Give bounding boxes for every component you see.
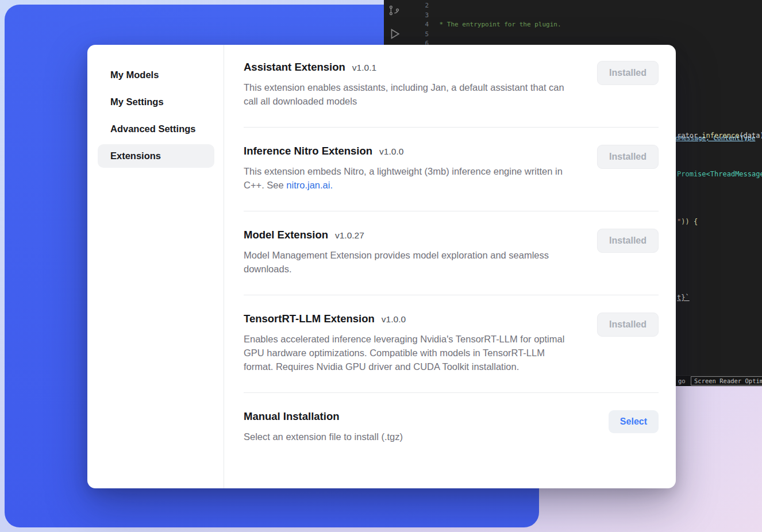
extension-version: v1.0.27: [335, 230, 364, 241]
installed-button[interactable]: Installed: [597, 313, 659, 337]
extension-description: Enables accelerated inference leveraging…: [244, 332, 576, 373]
extension-row-nitro: Inference Nitro Extension v1.0.0 This ex…: [244, 127, 659, 211]
code-fragment: t}`: [677, 294, 690, 302]
sidebar-item-my-settings[interactable]: My Settings: [98, 90, 214, 114]
select-file-button[interactable]: Select: [609, 410, 659, 433]
extension-title: Model Extension: [244, 229, 328, 241]
line-number: 5: [416, 30, 429, 40]
extension-description: This extension embeds Nitro, a lightweig…: [244, 164, 576, 192]
settings-sidebar: My Models My Settings Advanced Settings …: [87, 45, 224, 488]
status-text: go: [678, 377, 686, 384]
extension-description: This extension enables assistants, inclu…: [244, 80, 576, 108]
manual-installation-title: Manual Installation: [244, 410, 340, 423]
installed-button[interactable]: Installed: [597, 229, 659, 253]
line-number: 3: [416, 11, 429, 21]
run-debug-icon[interactable]: [388, 28, 401, 42]
extension-version: v1.0.0: [382, 314, 406, 325]
code-fragment: rator.inference(data));: [677, 132, 762, 140]
extension-version: v1.0.0: [379, 147, 403, 157]
extension-row-tensorrt: TensortRT-LLM Extension v1.0.0 Enables a…: [244, 295, 659, 392]
line-number: 2: [416, 1, 429, 11]
line-number: 4: [416, 20, 429, 30]
extension-description: Model Management Extension provides mode…: [244, 248, 576, 276]
extension-title: Assistant Extension: [244, 61, 345, 74]
code-fragment: Promise<ThreadMessage>: [677, 170, 762, 178]
code-line: * The entrypoint for the plugin.: [436, 20, 762, 30]
code-fragment: ")) {: [677, 218, 698, 226]
extension-row-assistant: Assistant Extension v1.0.1 This extensio…: [244, 52, 659, 127]
manual-installation-description: Select an extension file to install (.tg…: [244, 430, 403, 444]
installed-button[interactable]: Installed: [597, 61, 659, 85]
extension-row-model: Model Extension v1.0.27 Model Management…: [244, 211, 659, 295]
sidebar-item-advanced-settings[interactable]: Advanced Settings: [98, 117, 214, 141]
sidebar-item-extensions[interactable]: Extensions: [98, 144, 214, 168]
source-control-icon[interactable]: [388, 5, 400, 18]
manual-installation-row: Manual Installation Select an extension …: [244, 392, 659, 462]
settings-modal: My Models My Settings Advanced Settings …: [87, 45, 676, 488]
nitro-jan-ai-link[interactable]: nitro.jan.ai.: [286, 180, 333, 190]
screen-reader-chip: Screen Reader Optimized: [691, 376, 762, 385]
extension-version: v1.0.1: [352, 63, 376, 73]
line-number-gutter: 2 3 4 5 6: [416, 1, 429, 49]
extension-title: TensortRT-LLM Extension: [244, 313, 375, 325]
extension-title: Inference Nitro Extension: [244, 145, 372, 157]
installed-button[interactable]: Installed: [597, 145, 659, 169]
extensions-list: Assistant Extension v1.0.1 This extensio…: [224, 45, 676, 488]
sidebar-item-my-models[interactable]: My Models: [98, 63, 214, 87]
